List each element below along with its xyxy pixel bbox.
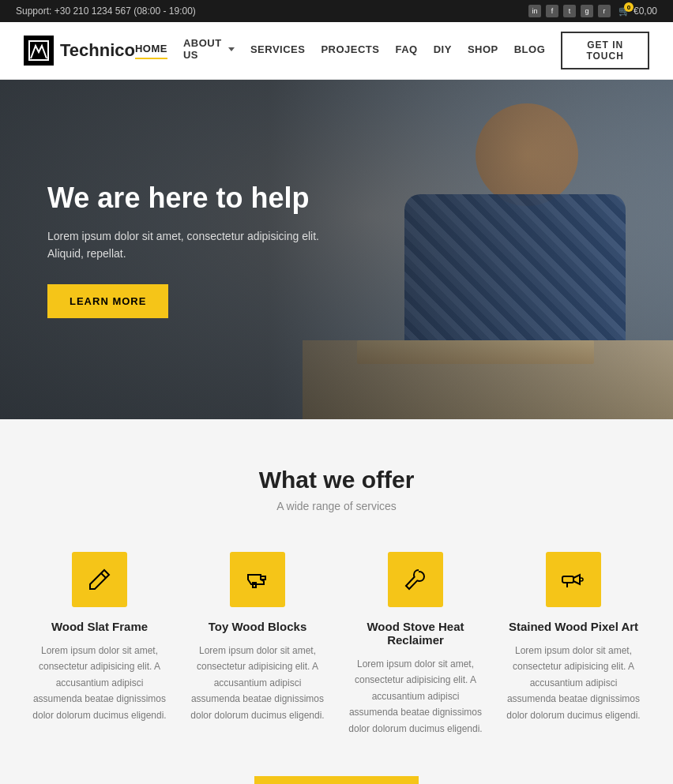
service-title-4: Stained Wood Pixel Art: [506, 620, 641, 633]
header: Technico HOME ABOUT US SERVICES PROJECTS…: [0, 22, 673, 80]
hero-title: We are here to help: [47, 181, 348, 215]
twitter-icon[interactable]: t: [563, 5, 576, 17]
cart-icon[interactable]: 🛒0: [618, 6, 630, 17]
service-icon-box-2: [230, 552, 285, 607]
main-nav: HOME ABOUT US SERVICES PROJECTS FAQ DIY …: [135, 32, 649, 69]
services-section: What we offer A wide range of services W…: [0, 419, 673, 784]
gun-icon: [245, 567, 270, 592]
services-title: What we offer: [32, 467, 641, 493]
service-card-2: Toy Wood Blocks Lorem ipsum dolor sit am…: [190, 552, 325, 737]
linkedin-icon[interactable]: in: [528, 5, 541, 17]
rss-icon[interactable]: r: [598, 5, 611, 17]
service-desc-1: Lorem ipsum dolor sit amet, consectetur …: [32, 643, 167, 723]
support-info: Support: +30 210 1234 567 (08:00 - 19:00…: [16, 6, 196, 17]
svg-rect-2: [562, 576, 573, 583]
nav-diy[interactable]: DIY: [434, 43, 452, 58]
nav-blog[interactable]: BLOG: [514, 43, 546, 58]
nav-shop[interactable]: SHOP: [468, 43, 498, 58]
get-in-touch-button[interactable]: GET IN TOUCH: [561, 32, 649, 69]
service-icon-box-3: [388, 552, 443, 607]
service-title-3: Wood Stove Heat Reclaimer: [348, 620, 483, 647]
top-bar: Support: +30 210 1234 567 (08:00 - 19:00…: [0, 0, 673, 22]
nav-faq[interactable]: FAQ: [395, 43, 417, 58]
services-grid: Wood Slat Frame Lorem ipsum dolor sit am…: [32, 552, 641, 737]
cart-badge: 0: [624, 2, 634, 12]
service-desc-3: Lorem ipsum dolor sit amet, consectetur …: [348, 656, 483, 737]
service-desc-4: Lorem ipsum dolor sit amet, consectetur …: [506, 643, 641, 723]
logo[interactable]: Technico: [24, 36, 135, 66]
service-icon-box-1: [72, 552, 127, 607]
service-title-2: Toy Wood Blocks: [190, 620, 325, 633]
service-card-1: Wood Slat Frame Lorem ipsum dolor sit am…: [32, 552, 167, 737]
svg-point-3: [580, 578, 583, 581]
social-icons: in f t g r: [528, 5, 611, 17]
nav-projects[interactable]: PROJECTS: [321, 43, 379, 58]
hero-section: We are here to help Lorem ipsum dolor si…: [0, 80, 673, 419]
wrench-icon: [403, 567, 428, 592]
about-dropdown-arrow: [228, 47, 235, 51]
nav-about[interactable]: ABOUT US: [183, 37, 235, 64]
cart-area[interactable]: 🛒0 €0,00: [618, 6, 657, 17]
drill-icon: [561, 567, 586, 592]
pencil-icon: [87, 567, 112, 592]
nav-services[interactable]: SERVICES: [250, 43, 306, 58]
hero-subtitle: Lorem ipsum dolor sit amet, consectetur …: [47, 227, 348, 263]
view-all-services-button[interactable]: VIEW ALL SERVICES: [254, 776, 419, 784]
service-card-3: Wood Stove Heat Reclaimer Lorem ipsum do…: [348, 552, 483, 737]
service-icon-box-4: [546, 552, 601, 607]
support-phone: +30 210 1234 567 (08:00 - 19:00): [55, 6, 196, 17]
logo-text: Technico: [60, 40, 135, 61]
cart-price: €0,00: [634, 6, 657, 17]
facebook-icon[interactable]: f: [546, 5, 558, 17]
logo-icon: [24, 36, 54, 66]
service-desc-2: Lorem ipsum dolor sit amet, consectetur …: [190, 643, 325, 723]
services-subtitle: A wide range of services: [32, 500, 641, 512]
nav-home[interactable]: HOME: [135, 43, 167, 59]
service-card-4: Stained Wood Pixel Art Lorem ipsum dolor…: [506, 552, 641, 737]
learn-more-button[interactable]: LEARN MORE: [47, 284, 168, 318]
support-label: Support:: [16, 6, 51, 17]
hero-content: We are here to help Lorem ipsum dolor si…: [0, 181, 395, 319]
google-icon[interactable]: g: [581, 5, 593, 17]
service-title-1: Wood Slat Frame: [32, 620, 167, 633]
